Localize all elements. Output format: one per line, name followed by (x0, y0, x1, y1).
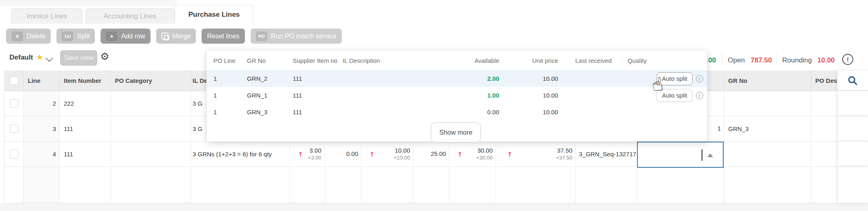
row-select-cell (4, 116, 24, 142)
gr-no-value (724, 91, 811, 116)
rounding-label: Rounding (782, 56, 812, 64)
increase-arrow-icon: ↑ (457, 150, 462, 158)
header-po-description[interactable]: PO Description (811, 71, 837, 91)
separator (776, 53, 776, 66)
popup-header-po-line: PO Line (207, 57, 247, 64)
run-po-match-button[interactable]: PO Run PO match service (251, 29, 342, 44)
qty-cell[interactable]: ↑ 3.00+3.00 (290, 142, 325, 167)
search-cell[interactable] (837, 71, 868, 91)
tab-accounting-lines[interactable]: Accounting Lines (85, 8, 175, 24)
popup-gr-no: GRN_1 (247, 92, 293, 99)
po-matching-screen: Invoice Lines Accounting Lines Purchase … (0, 0, 868, 211)
chevron-down-icon[interactable] (45, 54, 53, 62)
dropdown-open-arrow-icon[interactable] (707, 153, 713, 157)
empty-cell (413, 167, 449, 203)
select-all-checkbox[interactable] (10, 76, 18, 85)
line-value: 4 (24, 142, 60, 167)
gear-icon[interactable]: ⚙ (100, 51, 109, 62)
popup-header-unit-price: Unit price (500, 57, 559, 64)
item-number-value[interactable]: 111 (60, 116, 111, 142)
select-all-cell (4, 71, 24, 91)
merge-label: Merge (172, 33, 191, 40)
empty-cell (60, 167, 111, 203)
search-col-cell (837, 116, 868, 142)
merge-button[interactable]: Merge (156, 29, 196, 44)
add-row-label: Add row (121, 33, 145, 40)
split-icon: 1/n (62, 31, 73, 41)
gr-no-editor[interactable] (637, 142, 724, 168)
popup-po-line: 1 (207, 75, 247, 82)
popup-available: 2.00 (464, 75, 500, 82)
popup-po-line: 1 (207, 92, 247, 99)
save-view-button[interactable]: Save view (60, 50, 97, 66)
toolbar-buttons: × Delete 1/n Split + Add row Merge Reset… (6, 29, 342, 44)
empty-cell (724, 167, 811, 203)
plus-icon: + (106, 31, 117, 41)
empty-cell (24, 167, 60, 203)
rounding-value: 10.00 (817, 56, 835, 64)
po-description-value (811, 116, 837, 142)
popup-row-grn1[interactable]: 1 GRN_1 111 1.00 10.00 Auto split i (207, 87, 707, 104)
popup-supplier-item: 111 (293, 92, 343, 99)
gr-seq-value[interactable]: 3_GRN_Seq-132717 (576, 142, 637, 167)
il-description-value[interactable]: 3 GRNs (1+2+3 = 6) for 6 qty (191, 142, 290, 167)
header-gr-no[interactable]: GR No (724, 71, 811, 91)
popup-supplier-item: 111 (293, 109, 343, 115)
empty-cell (111, 167, 191, 203)
tab-purchase-lines[interactable]: Purchase Lines (175, 5, 253, 24)
open-qty-cell[interactable]: 0.00 (325, 142, 361, 167)
header-item-number[interactable]: Item Number (60, 71, 111, 91)
reset-lines-button[interactable]: Reset lines (202, 29, 244, 44)
empty-cell (576, 167, 637, 203)
header-po-category[interactable]: PO Category (111, 71, 191, 91)
split-button[interactable]: 1/n Split (56, 29, 95, 44)
gr-no-value[interactable]: GRN_3 (724, 116, 811, 142)
gross-amount-cell[interactable]: ↑ 37.50+37.50 (496, 142, 576, 167)
popup-row-grn3[interactable]: 1 GRN_3 111 0.00 10.00 (207, 104, 707, 120)
item-number-value[interactable]: 222 (60, 91, 111, 116)
net-amount-cell[interactable]: ↑ 30.00+30.00 (449, 142, 496, 167)
info-icon[interactable]: ! (842, 54, 853, 65)
empty-cell (449, 167, 496, 203)
info-icon[interactable]: i (696, 92, 703, 99)
po-category-value[interactable] (111, 91, 191, 116)
po-category-value[interactable] (111, 116, 191, 142)
row-checkbox[interactable] (10, 150, 18, 158)
delete-icon: × (11, 31, 23, 41)
toolbar: × Delete 1/n Split + Add row Merge Reset… (0, 24, 868, 49)
delete-label: Delete (27, 33, 45, 40)
popup-available: 0.00 (464, 109, 500, 115)
popup-row-grn2[interactable]: 1 GRN_2 111 2.00 10.00 Auto split i (207, 70, 707, 87)
tab-invoice-lines[interactable]: Invoice Lines (11, 8, 83, 24)
text-caret (702, 149, 702, 161)
amount-cell[interactable]: 25.00 (413, 142, 449, 167)
gr-no-value (724, 142, 811, 167)
open-label: Open (728, 56, 745, 64)
add-row-button[interactable]: + Add row (101, 29, 150, 44)
tab-bar: Invoice Lines Accounting Lines Purchase … (0, 0, 868, 24)
table-row-empty (4, 167, 868, 203)
table-row: 4 111 3 GRNs (1+2+3 = 6) for 6 qty ↑ 3.0… (4, 142, 868, 167)
split-label: Split (77, 33, 90, 40)
info-icon[interactable]: i (696, 75, 703, 82)
empty-cell (4, 167, 24, 203)
reset-lines-label: Reset lines (207, 33, 239, 40)
item-number-value[interactable]: 111 (60, 142, 111, 167)
empty-cell (290, 167, 325, 203)
header-line[interactable]: Line (24, 71, 60, 91)
view-selector[interactable]: Default (9, 53, 33, 62)
popup-unit-price: 10.00 (500, 92, 559, 99)
popup-available: 1.00 (464, 92, 500, 99)
favorite-star-icon[interactable]: ★ (36, 52, 43, 62)
unit-price-cell[interactable]: ↑ 10.00+10.00 (361, 142, 413, 167)
search-icon[interactable] (847, 75, 858, 86)
empty-cell (637, 167, 724, 203)
show-more-button[interactable]: Show more (431, 122, 481, 142)
popup-header-last-received: Last received (559, 57, 616, 64)
po-category-value[interactable] (111, 142, 191, 167)
row-checkbox[interactable] (10, 124, 18, 133)
popup-po-line: 1 (207, 109, 247, 115)
delete-button[interactable]: × Delete (6, 29, 51, 44)
row-checkbox[interactable] (10, 99, 18, 108)
popup-gr-no: GRN_3 (247, 109, 293, 115)
